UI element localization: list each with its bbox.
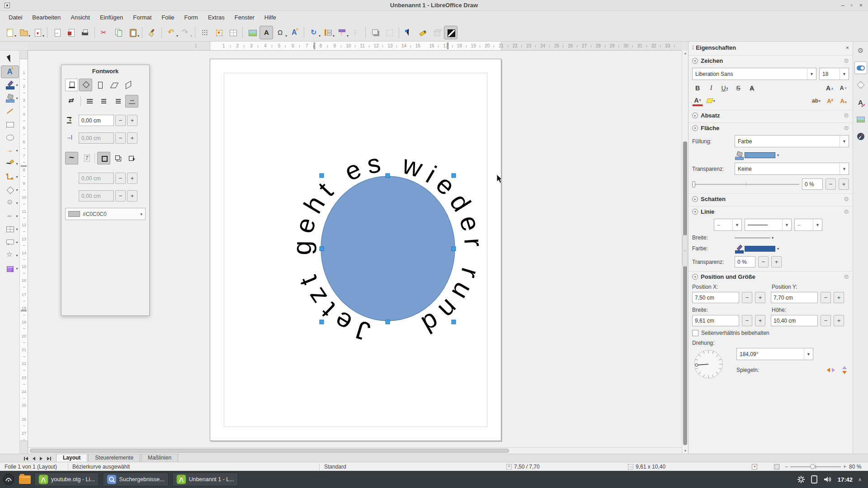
- insert-image-button[interactable]: [245, 26, 259, 39]
- fontwork-style-rotate-button[interactable]: [79, 79, 92, 91]
- section-absatz[interactable]: ▸ Absatz ⚙: [689, 110, 853, 121]
- position-x-field[interactable]: 7,50 cm: [692, 292, 739, 303]
- insert-fontwork-tool[interactable]: [1, 66, 19, 78]
- connectors-tool[interactable]: ▾: [1, 170, 19, 183]
- file-manager-button[interactable]: [19, 475, 31, 484]
- tab-layout[interactable]: Layout: [56, 454, 87, 462]
- maximize-button[interactable]: ▫: [851, 0, 853, 11]
- print-button[interactable]: [78, 26, 92, 39]
- edit-points-button[interactable]: [402, 26, 415, 39]
- dropdown-arrow-icon[interactable]: ▾: [176, 34, 178, 38]
- section-zeichen[interactable]: ▾ Zeichen ⚙: [689, 55, 853, 66]
- transparency-value-field[interactable]: 0 %: [802, 178, 823, 190]
- paste-button[interactable]: ▾: [126, 26, 139, 39]
- insert-line-tool[interactable]: [1, 105, 19, 117]
- next-page-button[interactable]: [38, 455, 44, 461]
- line-style-select[interactable]: ▼: [745, 219, 792, 231]
- dropdown-arrow-icon[interactable]: ▾: [16, 227, 18, 231]
- distance-decrease-button[interactable]: −: [115, 115, 126, 126]
- star-shapes-tool[interactable]: ▾: [1, 249, 19, 262]
- clone-formatting-button[interactable]: [145, 26, 159, 39]
- open-button[interactable]: ▾: [17, 26, 30, 39]
- scroll-down-icon[interactable]: ▼: [682, 448, 689, 454]
- chevron-down-icon[interactable]: ▼: [840, 68, 849, 80]
- shadow-y-decrease-button[interactable]: −: [115, 190, 126, 202]
- horizontal-scrollbar[interactable]: [28, 447, 682, 454]
- document-modified-indicator[interactable]: [752, 462, 757, 471]
- fontwork-autosize-button[interactable]: [125, 95, 138, 108]
- first-page-button[interactable]: [24, 455, 30, 461]
- chevron-down-icon[interactable]: ▼: [840, 136, 849, 147]
- dropdown-arrow-icon[interactable]: ▾: [190, 34, 192, 38]
- scroll-up-icon[interactable]: ▲: [682, 51, 689, 56]
- sidebar-tab-properties[interactable]: [854, 61, 867, 74]
- dropdown-arrow-icon[interactable]: ▾: [16, 149, 18, 153]
- last-page-button[interactable]: [45, 455, 52, 461]
- rotation-angle-select[interactable]: 184,09° ▼: [736, 348, 813, 360]
- collapse-icon[interactable]: ▾: [692, 274, 698, 280]
- grow-font-button[interactable]: A▲: [825, 83, 835, 94]
- zoom-slider-knob[interactable]: [810, 464, 815, 469]
- arrange-button[interactable]: ▾: [335, 26, 349, 39]
- chevron-down-icon[interactable]: ▼: [813, 219, 822, 230]
- zoom-out-button[interactable]: −: [785, 464, 788, 470]
- text-shadow-button[interactable]: A: [746, 83, 757, 94]
- tab-steuerelemente[interactable]: Steuerelemente: [88, 454, 140, 462]
- width-increase-button[interactable]: +: [755, 315, 765, 326]
- to-3d-button[interactable]: [430, 26, 443, 39]
- section-schatten[interactable]: ▸ Schatten ⚙: [689, 193, 853, 204]
- ellipse-tool[interactable]: [1, 131, 19, 144]
- transparency-increase-button[interactable]: +: [839, 178, 849, 190]
- insert-textbox-button[interactable]: [259, 26, 273, 39]
- dropdown-arrow-icon[interactable]: ▾: [16, 175, 18, 179]
- collapse-icon[interactable]: ▸: [692, 196, 698, 202]
- menu-item[interactable]: Format: [128, 12, 156, 23]
- dropdown-arrow-icon[interactable]: ▾: [16, 253, 18, 258]
- dropdown-arrow-icon[interactable]: ▾: [16, 240, 18, 244]
- width-decrease-button[interactable]: −: [742, 315, 752, 326]
- section-flaeche[interactable]: ▾ Fläche ⚙: [689, 122, 853, 133]
- menu-item[interactable]: Extras: [203, 12, 230, 23]
- tray-expand-icon[interactable]: ∧: [858, 477, 862, 483]
- width-field[interactable]: 9,61 cm: [692, 315, 739, 326]
- sidebar-close-button[interactable]: ×: [845, 44, 849, 51]
- dropdown-arrow-icon[interactable]: ▾: [14, 34, 16, 38]
- gear-icon[interactable]: ⚙: [844, 112, 849, 119]
- vertical-ruler[interactable]: 1234567891011121314151617181920212223242…: [20, 51, 28, 454]
- horizontal-scrollbar-thumb[interactable]: [30, 449, 509, 453]
- chevron-down-icon[interactable]: ▼: [804, 348, 813, 360]
- show-draw-functions-button[interactable]: [444, 26, 458, 39]
- crop-button[interactable]: [382, 26, 396, 39]
- arrow-end-select[interactable]: –▼: [794, 219, 822, 231]
- position-y-field[interactable]: 7,70 cm: [771, 292, 818, 303]
- menu-item[interactable]: Hilfe: [259, 12, 281, 23]
- chevron-down-icon[interactable]: ▼: [782, 219, 791, 230]
- bold-button[interactable]: B: [692, 83, 703, 94]
- line-transparency-decrease-button[interactable]: −: [758, 256, 769, 267]
- font-name-select[interactable]: Liberation Sans ▼: [692, 68, 816, 80]
- fontwork-orientation-button[interactable]: [65, 95, 78, 108]
- height-increase-button[interactable]: +: [834, 315, 844, 326]
- fill-transparency-select[interactable]: Keine ▼: [735, 163, 849, 175]
- fontwork-indent-field[interactable]: 0,00 cm: [79, 132, 114, 144]
- collapse-icon[interactable]: ▸: [692, 113, 698, 118]
- device-tray-icon[interactable]: [811, 475, 818, 483]
- fontwork-slant-shadow-button[interactable]: [125, 152, 138, 164]
- fontwork-align-left-button[interactable]: [83, 95, 96, 108]
- shadow-offset-x-field[interactable]: 0,00 cm: [79, 173, 114, 184]
- taskbar-window-suchergebnisse[interactable]: Suchergebnisse...: [103, 473, 169, 486]
- section-position-groesse[interactable]: ▾ Position und Größe ⚙: [689, 271, 853, 282]
- dropdown-arrow-icon[interactable]: ▾: [319, 34, 321, 38]
- line-color-dropdown[interactable]: ▾: [735, 244, 779, 253]
- position-x-increase-button[interactable]: +: [755, 292, 765, 303]
- previous-page-button[interactable]: [31, 455, 37, 461]
- curves-and-polygons-tool[interactable]: ▾: [1, 157, 19, 170]
- dropdown-arrow-icon[interactable]: ▾: [347, 34, 349, 38]
- copy-button[interactable]: [112, 26, 125, 39]
- gear-icon[interactable]: ⚙: [844, 57, 849, 64]
- dropdown-arrow-icon[interactable]: ▾: [28, 34, 30, 38]
- subscript-button[interactable]: A₂: [838, 95, 849, 106]
- transformations-button[interactable]: ▾: [307, 26, 321, 39]
- menu-item[interactable]: Datei: [4, 12, 27, 23]
- flip-vertically-button[interactable]: [826, 366, 835, 374]
